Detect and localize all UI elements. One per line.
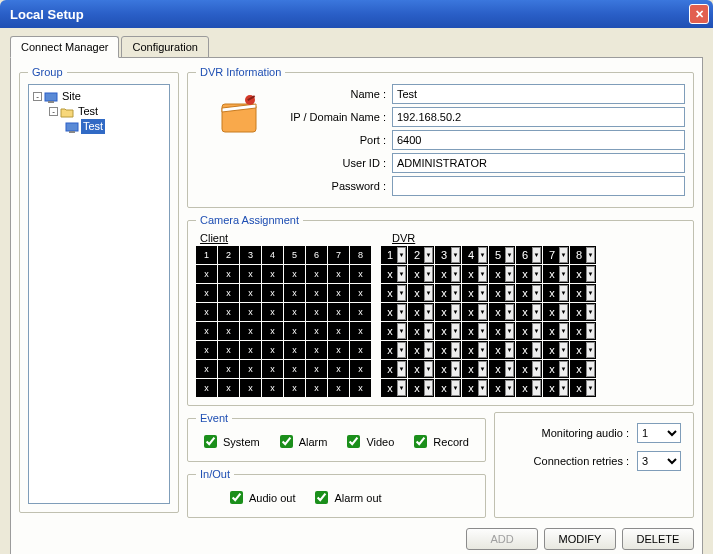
- dvr-cell[interactable]: x▼: [408, 265, 434, 283]
- client-cell[interactable]: x: [196, 379, 217, 397]
- client-cell[interactable]: x: [196, 265, 217, 283]
- dvr-cell[interactable]: x▼: [543, 341, 569, 359]
- video-checkbox[interactable]: [347, 435, 360, 448]
- dvr-cell[interactable]: x▼: [570, 303, 596, 321]
- dvr-cell[interactable]: 2▼: [408, 246, 434, 264]
- chevron-down-icon[interactable]: ▼: [478, 247, 487, 263]
- client-cell[interactable]: x: [284, 322, 305, 340]
- client-cell[interactable]: x: [284, 284, 305, 302]
- dvr-cell[interactable]: x▼: [462, 341, 488, 359]
- pass-input[interactable]: [392, 176, 685, 196]
- dvr-cell[interactable]: x▼: [381, 303, 407, 321]
- chevron-down-icon[interactable]: ▼: [505, 361, 514, 377]
- tree-toggle[interactable]: -: [49, 107, 58, 116]
- client-cell[interactable]: 7: [328, 246, 349, 264]
- tree-node-site[interactable]: - Site: [33, 89, 165, 104]
- chevron-down-icon[interactable]: ▼: [397, 304, 406, 320]
- chevron-down-icon[interactable]: ▼: [397, 380, 406, 396]
- dvr-cell[interactable]: x▼: [489, 379, 515, 397]
- tab-connect-manager[interactable]: Connect Manager: [10, 36, 119, 58]
- dvr-cell[interactable]: x▼: [543, 322, 569, 340]
- dvr-cell[interactable]: x▼: [570, 379, 596, 397]
- dvr-cell[interactable]: x▼: [516, 360, 542, 378]
- dvr-cell[interactable]: x▼: [408, 322, 434, 340]
- name-input[interactable]: [392, 84, 685, 104]
- tab-configuration[interactable]: Configuration: [121, 36, 208, 58]
- dvr-cell[interactable]: x▼: [408, 303, 434, 321]
- ip-input[interactable]: [392, 107, 685, 127]
- chevron-down-icon[interactable]: ▼: [505, 247, 514, 263]
- dvr-cell[interactable]: x▼: [489, 341, 515, 359]
- client-cell[interactable]: 3: [240, 246, 261, 264]
- client-cell[interactable]: 2: [218, 246, 239, 264]
- chevron-down-icon[interactable]: ▼: [478, 380, 487, 396]
- user-input[interactable]: [392, 153, 685, 173]
- chevron-down-icon[interactable]: ▼: [586, 266, 595, 282]
- chevron-down-icon[interactable]: ▼: [424, 323, 433, 339]
- chevron-down-icon[interactable]: ▼: [505, 266, 514, 282]
- client-cell[interactable]: x: [218, 265, 239, 283]
- dvr-cell[interactable]: x▼: [489, 360, 515, 378]
- chevron-down-icon[interactable]: ▼: [478, 304, 487, 320]
- client-cell[interactable]: x: [284, 341, 305, 359]
- chevron-down-icon[interactable]: ▼: [397, 323, 406, 339]
- chevron-down-icon[interactable]: ▼: [559, 342, 568, 358]
- dvr-cell[interactable]: x▼: [435, 341, 461, 359]
- client-cell[interactable]: x: [284, 360, 305, 378]
- delete-button[interactable]: DELETE: [622, 528, 694, 550]
- chevron-down-icon[interactable]: ▼: [586, 285, 595, 301]
- chevron-down-icon[interactable]: ▼: [586, 380, 595, 396]
- modify-button[interactable]: MODIFY: [544, 528, 616, 550]
- client-cell[interactable]: x: [262, 322, 283, 340]
- dvr-cell[interactable]: x▼: [462, 360, 488, 378]
- client-cell[interactable]: x: [350, 265, 371, 283]
- client-cell[interactable]: x: [350, 341, 371, 359]
- client-cell[interactable]: x: [240, 322, 261, 340]
- event-video[interactable]: Video: [343, 432, 394, 451]
- dvr-cell[interactable]: x▼: [408, 379, 434, 397]
- chevron-down-icon[interactable]: ▼: [532, 247, 541, 263]
- client-cell[interactable]: 4: [262, 246, 283, 264]
- chevron-down-icon[interactable]: ▼: [532, 361, 541, 377]
- chevron-down-icon[interactable]: ▼: [424, 380, 433, 396]
- chevron-down-icon[interactable]: ▼: [586, 247, 595, 263]
- chevron-down-icon[interactable]: ▼: [424, 285, 433, 301]
- client-cell[interactable]: x: [328, 341, 349, 359]
- dvr-cell[interactable]: x▼: [408, 284, 434, 302]
- client-cell[interactable]: x: [218, 379, 239, 397]
- client-cell[interactable]: x: [328, 303, 349, 321]
- dvr-cell[interactable]: 7▼: [543, 246, 569, 264]
- tree-node-leaf[interactable]: Test: [65, 119, 165, 134]
- client-cell[interactable]: x: [284, 303, 305, 321]
- client-cell[interactable]: x: [240, 303, 261, 321]
- client-cell[interactable]: x: [240, 341, 261, 359]
- dvr-cell[interactable]: x▼: [435, 265, 461, 283]
- chevron-down-icon[interactable]: ▼: [532, 380, 541, 396]
- client-cell[interactable]: 5: [284, 246, 305, 264]
- client-cell[interactable]: x: [240, 265, 261, 283]
- chevron-down-icon[interactable]: ▼: [586, 342, 595, 358]
- chevron-down-icon[interactable]: ▼: [559, 304, 568, 320]
- event-record[interactable]: Record: [410, 432, 468, 451]
- client-cell[interactable]: x: [262, 341, 283, 359]
- dvr-cell[interactable]: x▼: [570, 265, 596, 283]
- chevron-down-icon[interactable]: ▼: [505, 342, 514, 358]
- dvr-cell[interactable]: x▼: [516, 265, 542, 283]
- client-cell[interactable]: x: [218, 341, 239, 359]
- dvr-cell[interactable]: x▼: [516, 284, 542, 302]
- record-checkbox[interactable]: [414, 435, 427, 448]
- chevron-down-icon[interactable]: ▼: [478, 266, 487, 282]
- chevron-down-icon[interactable]: ▼: [505, 304, 514, 320]
- dvr-cell[interactable]: 1▼: [381, 246, 407, 264]
- client-cell[interactable]: x: [306, 284, 327, 302]
- client-cell[interactable]: x: [350, 322, 371, 340]
- chevron-down-icon[interactable]: ▼: [451, 304, 460, 320]
- alarmout-checkbox[interactable]: [315, 491, 328, 504]
- dvr-cell[interactable]: x▼: [435, 322, 461, 340]
- dvr-cell[interactable]: x▼: [435, 360, 461, 378]
- chevron-down-icon[interactable]: ▼: [559, 266, 568, 282]
- chevron-down-icon[interactable]: ▼: [532, 323, 541, 339]
- tree-node-folder[interactable]: - Test: [49, 104, 165, 119]
- dvr-cell[interactable]: x▼: [408, 341, 434, 359]
- chevron-down-icon[interactable]: ▼: [424, 342, 433, 358]
